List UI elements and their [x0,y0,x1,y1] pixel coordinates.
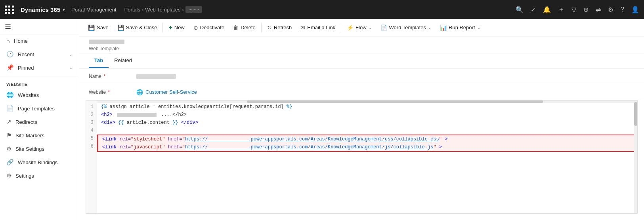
cmd-divider3 [341,23,341,32]
tab-related[interactable]: Related [109,53,138,68]
breadcrumb-web-templates[interactable]: Web Templates [145,7,180,13]
settings-icon[interactable]: ⚙ [608,6,613,13]
sidebar-item-website-bindings[interactable]: 🔗 Website Bindings [0,156,79,169]
word-templates-label: Word Templates [389,25,426,30]
breadcrumb: Portals › Web Templates › ········ [124,6,203,13]
mini-scrollbar [97,101,634,103]
sidebar-item-websites[interactable]: 🌐 Websites [0,88,79,102]
word-templates-button[interactable]: 📄 Word Templates ⌄ [376,22,435,33]
sidebar: ☰ ⌂ Home 🕐 Recent ⌄ 📌 Pinned ⌄ Website 🌐… [0,19,79,220]
field-row-name: Name * [79,68,644,84]
home-icon: ⌂ [6,38,10,44]
brand-chevron[interactable]: ▾ [63,7,65,12]
sidebar-item-pinned[interactable]: 📌 Pinned ⌄ [0,61,79,74]
sidebar-item-page-templates[interactable]: 📄 Page Templates [0,102,79,115]
save-close-button[interactable]: 💾 Save & Close [113,22,161,33]
flow-icon: ⚡ [347,25,354,31]
name-label: Name * [89,74,136,79]
recent-icon: 🕐 [6,51,14,58]
word-templates-icon: 📄 [380,25,387,31]
email-link-button[interactable]: ✉ Email a Link [296,22,339,33]
add-icon[interactable]: ＋ [558,6,564,14]
websites-icon: 🌐 [6,91,14,99]
form-area: Web Template Tab Related Name * W [79,36,644,220]
sidebar-item-home[interactable]: ⌂ Home [0,34,79,47]
tab-tab[interactable]: Tab [89,53,109,68]
user-icon[interactable]: 👤 [631,6,639,13]
scroll-thumb [634,102,637,126]
sidebar-item-website-bindings-label: Website Bindings [18,159,57,165]
flow-button[interactable]: ⚡ Flow ⌄ [343,22,375,33]
waffle-menu[interactable] [5,6,14,14]
brand: Dynamics 365 ▾ [21,6,65,13]
sidebar-item-recent[interactable]: 🕐 Recent ⌄ [0,47,79,61]
refresh-button[interactable]: ↻ Refresh [263,22,296,33]
cmd-divider1 [162,23,163,32]
run-report-button[interactable]: 📊 Run Report ⌄ [436,22,484,33]
deactivate-icon: ⊙ [193,25,198,31]
delete-button[interactable]: 🗑 Delete [229,22,260,33]
sidebar-item-page-templates-label: Page Templates [18,106,55,112]
check-icon[interactable]: ✓ [531,6,536,13]
email-icon: ✉ [300,25,305,31]
app-name: Portal Management [71,7,116,13]
sidebar-item-settings[interactable]: ⚙ Settings [0,169,79,182]
record-header: Web Template [79,36,644,53]
settings-nav-icon: ⚙ [6,172,11,179]
recent-chevron: ⌄ [69,52,73,57]
search-icon[interactable]: 🔍 [516,6,524,13]
website-label: Website * [89,89,136,95]
sidebar-item-websites-label: Websites [18,92,39,98]
name-value [136,74,176,79]
page-templates-icon: 📄 [6,105,14,112]
globe-icon: 🌐 [136,89,143,95]
sidebar-item-pinned-label: Pinned [18,65,34,71]
command-bar: 💾 Save 💾 Save & Close + New ⊙ Deactivate… [79,19,644,36]
form-fields: Name * Website * 🌐 Customer Self-Service [79,68,644,100]
save-button[interactable]: 💾 Save [84,22,113,33]
sidebar-section-website: Website [0,78,79,88]
delete-icon: 🗑 [233,25,239,31]
sidebar-item-site-markers[interactable]: ⚑ Site Markers [0,129,79,142]
run-report-chevron: ⌄ [477,25,480,30]
deactivate-button[interactable]: ⊙ Deactivate [189,22,228,33]
vertical-scrollbar[interactable] [634,101,637,213]
code-line-2: <h2> ....</h2> [97,111,637,119]
site-markers-icon: ⚑ [6,132,11,139]
sidebar-item-redirects[interactable]: ↗ Redirects [0,115,79,129]
sidebar-item-settings-label: Settings [15,173,34,179]
refresh-icon: ↻ [267,25,272,31]
save-icon: 💾 [88,25,95,31]
sync-icon[interactable]: ⇌ [596,6,601,13]
sidebar-top: ☰ [0,19,79,34]
code-line-4 [97,127,637,135]
sidebar-item-site-settings[interactable]: ⚙ Site Settings [0,142,79,156]
breadcrumb-sep2: › [182,7,183,13]
pin-icon: 📌 [6,64,14,71]
field-row-website: Website * 🌐 Customer Self-Service [79,84,644,100]
filter-icon[interactable]: ▽ [571,6,576,13]
code-content[interactable]: {% assign article = entities.knowledgear… [97,101,637,213]
site-settings-icon: ⚙ [6,145,11,152]
website-required: * [108,89,110,95]
code-line-1: {% assign article = entities.knowledgear… [97,103,637,111]
sidebar-hamburger[interactable]: ☰ [5,23,11,30]
website-value[interactable]: 🌐 Customer Self-Service [136,89,197,95]
record-type: Web Template [89,45,634,51]
circle-plus-icon[interactable]: ⊕ [583,6,589,13]
help-icon[interactable]: ? [621,6,624,13]
bell-icon[interactable]: 🔔 [543,6,551,13]
sidebar-item-redirects-label: Redirects [15,119,37,125]
flow-chevron: ⌄ [369,25,372,30]
name-required: * [103,74,105,79]
refresh-label: Refresh [274,25,292,30]
new-button[interactable]: + New [164,22,188,34]
email-link-label: Email a Link [307,25,335,30]
run-report-icon: 📊 [440,25,447,31]
code-editor: 1 2 3 4 5 6 {% assign article = entities… [86,100,638,214]
breadcrumb-portals[interactable]: Portals [124,7,140,13]
save-label: Save [97,25,109,30]
code-line-5: <link rel="stylesheet" href="https:// .p… [97,135,637,143]
record-title [89,40,124,44]
code-line-6: <link rel="javascript" href="https:// .p… [97,143,637,152]
